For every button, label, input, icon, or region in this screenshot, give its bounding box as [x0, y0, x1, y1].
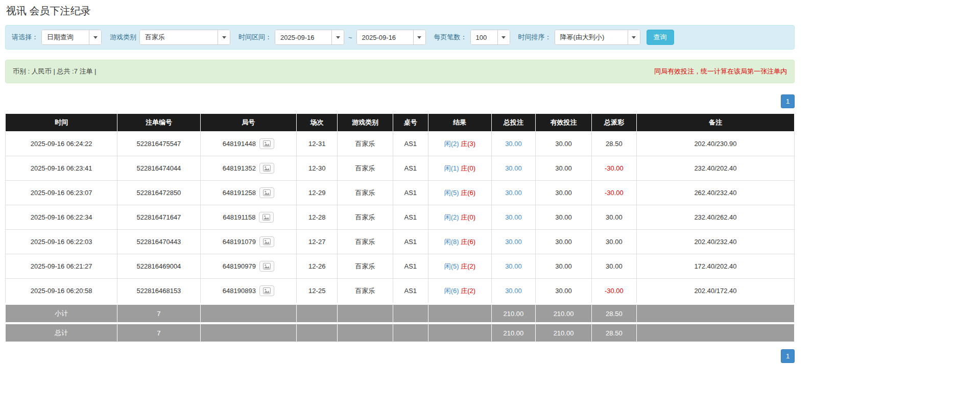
session-cell: 12-27 — [297, 230, 338, 254]
bet-id-cell: 522816468153 — [117, 279, 200, 304]
valid-bet-cell: 30.00 — [536, 230, 592, 254]
total-bet-link[interactable]: 30.00 — [505, 262, 522, 270]
round-id: 648191258 — [223, 189, 256, 197]
col-total-bet: 总投注 — [491, 114, 536, 132]
round-cell: 648191258 — [200, 181, 296, 205]
filter-bar: 请选择： 日期查询 游戏类别 百家乐 时间区间： 2025-09-16 ~ 20… — [5, 25, 795, 50]
replay-button[interactable] — [259, 187, 274, 198]
content: 视讯 会员下注纪录 请选择： 日期查询 游戏类别 百家乐 时间区间： 2025-… — [5, 4, 795, 363]
total-bet-link[interactable]: 30.00 — [505, 238, 522, 246]
range-separator: ~ — [347, 34, 353, 41]
picture-icon — [263, 263, 271, 270]
total-bet-link[interactable]: 30.00 — [505, 287, 522, 295]
picture-icon — [263, 165, 271, 172]
total-bet-link[interactable]: 30.00 — [505, 140, 522, 148]
sort-value[interactable]: 降幂(由大到小) — [555, 30, 628, 44]
round-cell: 648190979 — [200, 254, 296, 279]
total-bet-link[interactable]: 30.00 — [505, 189, 522, 197]
select-type-label: 请选择： — [12, 33, 38, 42]
bet-id-cell: 522816472850 — [117, 181, 200, 205]
page-title: 视讯 会员下注纪录 — [6, 4, 795, 18]
total-label: 总计 — [6, 323, 117, 342]
result-cell: 闲(1) 庄(0) — [428, 156, 492, 181]
replay-button[interactable] — [259, 138, 274, 149]
subtotal-count: 7 — [117, 304, 200, 323]
round-cell: 648191158 — [200, 205, 296, 230]
valid-bet-cell: 30.00 — [536, 156, 592, 181]
query-type-value[interactable]: 日期查询 — [42, 30, 89, 44]
total-bet-link[interactable]: 30.00 — [505, 213, 522, 221]
game-type-value[interactable]: 百家乐 — [140, 30, 218, 44]
table-no-cell: AS1 — [393, 230, 428, 254]
replay-button[interactable] — [259, 163, 274, 174]
sort-select[interactable]: 降幂(由大到小) — [555, 30, 640, 45]
bet-id-cell: 522816474044 — [117, 156, 200, 181]
table-footer: 小计 7 210.00 210.00 28.50 总计 7 2 — [6, 304, 795, 342]
chevron-down-icon[interactable] — [497, 30, 510, 44]
table-no-cell: AS1 — [393, 156, 428, 181]
time-cell: 2025-09-16 06:22:34 — [6, 205, 117, 230]
valid-bet-cell: 30.00 — [536, 132, 592, 156]
remark-cell: 202.40/232.40 — [636, 230, 794, 254]
replay-button[interactable] — [259, 212, 274, 223]
total-count: 7 — [117, 323, 200, 342]
result-cell: 闲(6) 庄(2) — [428, 279, 492, 304]
per-page-value[interactable]: 100 — [471, 30, 497, 44]
time-cell: 2025-09-16 06:22:03 — [6, 230, 117, 254]
round-id: 648190893 — [223, 287, 256, 295]
date-from-value[interactable]: 2025-09-16 — [275, 30, 331, 44]
game-type-cell: 百家乐 — [338, 230, 393, 254]
per-page-label: 每页笔数： — [434, 33, 467, 42]
chevron-down-icon[interactable] — [218, 30, 230, 44]
query-button[interactable]: 查询 — [647, 30, 674, 45]
player-result: 闲(8) — [444, 238, 459, 246]
page-button[interactable]: 1 — [781, 349, 795, 363]
banker-result: 庄(6) — [461, 189, 475, 197]
empty-cell — [338, 304, 393, 323]
chevron-down-icon[interactable] — [331, 30, 344, 44]
sort-label: 时间排序： — [518, 33, 552, 42]
chevron-down-icon[interactable] — [89, 30, 101, 44]
date-to-select[interactable]: 2025-09-16 — [356, 30, 426, 45]
bet-id-cell: 522816470443 — [117, 230, 200, 254]
round-id: 648191448 — [223, 140, 256, 148]
total-bet-link[interactable]: 30.00 — [505, 164, 522, 172]
total-bet-cell: 30.00 — [491, 205, 536, 230]
empty-cell — [393, 323, 428, 342]
chevron-down-icon[interactable] — [413, 30, 425, 44]
game-type-select[interactable]: 百家乐 — [139, 30, 230, 45]
per-page-select[interactable]: 100 — [470, 30, 510, 45]
query-type-select[interactable]: 日期查询 — [41, 30, 102, 45]
session-cell: 12-25 — [297, 279, 338, 304]
chevron-down-icon[interactable] — [628, 30, 640, 44]
picture-icon — [263, 189, 271, 196]
session-cell: 12-30 — [297, 156, 338, 181]
empty-cell — [297, 304, 338, 323]
result-cell: 闲(5) 庄(6) — [428, 181, 492, 205]
empty-cell — [200, 323, 296, 342]
table-no-cell: AS1 — [393, 181, 428, 205]
date-from-select[interactable]: 2025-09-16 — [275, 30, 344, 45]
page-button[interactable]: 1 — [781, 94, 795, 108]
player-result: 闲(2) — [444, 140, 459, 148]
col-time: 时间 — [6, 114, 117, 132]
time-cell: 2025-09-16 06:20:58 — [6, 279, 117, 304]
date-to-value[interactable]: 2025-09-16 — [357, 30, 413, 44]
time-cell: 2025-09-16 06:21:27 — [6, 254, 117, 279]
result-cell: 闲(2) 庄(3) — [428, 132, 492, 156]
game-type-cell: 百家乐 — [338, 279, 393, 304]
replay-button[interactable] — [259, 285, 274, 296]
subtotal-total-bet: 210.00 — [491, 304, 536, 323]
subtotal-row: 小计 7 210.00 210.00 28.50 — [6, 304, 795, 323]
valid-bet-cell: 30.00 — [536, 254, 592, 279]
records-table: 时间 注单编号 局号 场次 游戏类别 桌号 结果 总投注 有效投注 总派彩 备注… — [5, 113, 795, 342]
game-type-cell: 百家乐 — [338, 181, 393, 205]
game-type-label: 游戏类别 — [110, 33, 136, 42]
replay-button[interactable] — [259, 261, 274, 272]
total-bet-cell: 30.00 — [491, 230, 536, 254]
total-bet-cell: 30.00 — [491, 132, 536, 156]
session-cell: 12-26 — [297, 254, 338, 279]
table-no-cell: AS1 — [393, 279, 428, 304]
records-body: 2025-09-16 06:24:22522816475547648191448… — [6, 132, 795, 304]
replay-button[interactable] — [259, 236, 274, 247]
